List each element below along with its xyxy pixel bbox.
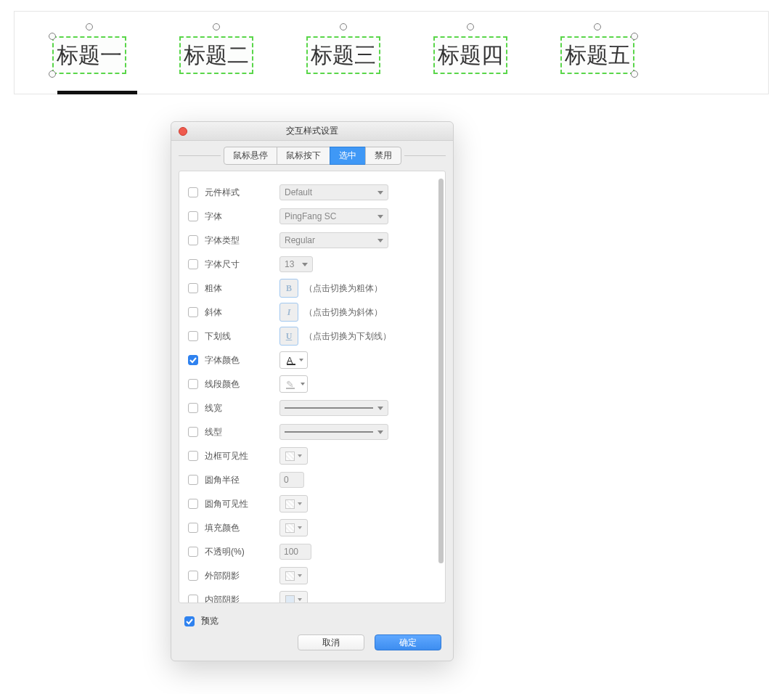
checkbox[interactable] xyxy=(188,331,198,341)
divider xyxy=(179,155,221,156)
label: 字体颜色 xyxy=(205,354,240,367)
row-outer-shadow: 外部阴影 xyxy=(188,565,436,587)
dialog-titlebar[interactable]: 交互样式设置 xyxy=(171,122,453,141)
tab-press[interactable]: 鼠标按下 xyxy=(277,147,330,165)
checkbox[interactable] xyxy=(188,499,198,509)
italic-toggle[interactable]: I xyxy=(279,303,298,322)
tab-label: 标题三 xyxy=(311,43,376,67)
font-size-select[interactable]: 13 xyxy=(279,256,313,272)
row-italic: 斜体 I （点击切换为斜体） xyxy=(188,301,436,323)
checkbox[interactable] xyxy=(188,571,198,581)
row-underline: 下划线 U （点击切换为下划线） xyxy=(188,325,436,347)
resize-handle-icon[interactable] xyxy=(340,23,347,30)
resize-handle-icon[interactable] xyxy=(213,23,220,30)
chevron-down-icon xyxy=(377,239,383,242)
outer-shadow-picker[interactable] xyxy=(279,567,308,584)
line-type-select[interactable] xyxy=(279,424,388,440)
resize-handle-icon[interactable] xyxy=(631,33,638,40)
line-width-select[interactable] xyxy=(279,400,388,416)
tab-label: 标题一 xyxy=(57,43,122,67)
widget-style-select[interactable]: Default xyxy=(279,184,388,200)
chevron-down-icon xyxy=(298,598,302,601)
opacity-input[interactable]: 100 xyxy=(279,544,311,560)
label: 外部阴影 xyxy=(205,570,240,582)
border-vis-picker[interactable] xyxy=(279,447,308,465)
row-border-visibility: 边框可见性 xyxy=(188,445,436,467)
checkbox[interactable] xyxy=(188,451,198,461)
chevron-down-icon xyxy=(298,502,302,505)
preview-label: 预览 xyxy=(201,615,219,627)
widget-tab-2[interactable]: 标题二 xyxy=(179,36,253,74)
checkbox[interactable] xyxy=(188,307,198,317)
properties-scroll[interactable]: 元件样式 Default 字体 PingFang SC xyxy=(179,171,445,603)
fill-color-picker[interactable] xyxy=(279,519,308,536)
checkbox[interactable] xyxy=(188,235,198,245)
radius-input[interactable]: 0 xyxy=(279,472,304,488)
checkbox[interactable] xyxy=(188,259,198,269)
chevron-down-icon xyxy=(302,263,308,266)
font-color-picker[interactable]: A xyxy=(279,351,308,369)
line-sample-icon xyxy=(285,407,373,409)
tab-disabled[interactable]: 禁用 xyxy=(365,147,401,165)
checkbox[interactable] xyxy=(188,523,198,533)
resize-handle-icon[interactable] xyxy=(49,33,56,40)
label: 字体 xyxy=(205,211,222,223)
tab-label: 标题二 xyxy=(184,43,249,67)
widget-tab-3[interactable]: 标题三 xyxy=(306,36,380,74)
preview-row: 预览 xyxy=(171,611,453,634)
canvas-area[interactable]: 标题一 标题二 标题三 标题四 标题五 xyxy=(14,11,769,94)
resize-handle-icon[interactable] xyxy=(86,23,93,30)
resize-handle-icon[interactable] xyxy=(631,70,638,78)
chevron-down-icon xyxy=(377,191,383,195)
dialog-footer: 取消 确定 xyxy=(171,634,453,661)
checkbox[interactable] xyxy=(188,211,198,221)
widget-tab-5[interactable]: 标题五 xyxy=(560,36,634,74)
checkbox[interactable] xyxy=(188,355,198,365)
line-color-picker[interactable]: ✎ xyxy=(279,375,308,393)
chevron-down-icon xyxy=(298,526,302,529)
checkbox[interactable] xyxy=(188,283,198,293)
checkbox[interactable] xyxy=(188,427,198,437)
label: 粗体 xyxy=(205,282,222,295)
preview-checkbox[interactable] xyxy=(184,616,195,626)
checkbox[interactable] xyxy=(188,547,198,557)
dialog-tabbar: 鼠标悬停 鼠标按下 选中 禁用 xyxy=(171,141,453,171)
properties-panel: 元件样式 Default 字体 PingFang SC xyxy=(179,171,446,603)
cancel-button[interactable]: 取消 xyxy=(298,634,364,650)
row-fill-color: 填充颜色 xyxy=(188,517,436,539)
row-line-color: 线段颜色 ✎ xyxy=(188,373,436,395)
label: 斜体 xyxy=(205,306,222,319)
scrollbar[interactable] xyxy=(438,179,444,595)
active-tab-underline xyxy=(57,91,137,94)
font-type-select[interactable]: Regular xyxy=(279,232,388,248)
resize-handle-icon[interactable] xyxy=(467,23,474,30)
ok-button[interactable]: 确定 xyxy=(375,634,441,650)
underline-toggle[interactable]: U xyxy=(279,327,298,346)
resize-handle-icon[interactable] xyxy=(49,70,56,78)
bold-toggle[interactable]: B xyxy=(279,279,298,298)
checkbox[interactable] xyxy=(188,475,198,485)
corner-vis-picker[interactable] xyxy=(279,495,308,513)
tab-selected[interactable]: 选中 xyxy=(330,147,366,165)
widget-tab-1[interactable]: 标题一 xyxy=(52,36,126,74)
close-icon[interactable] xyxy=(179,127,187,136)
chevron-down-icon xyxy=(301,383,305,385)
checkbox[interactable] xyxy=(188,187,198,197)
widget-tab-4[interactable]: 标题四 xyxy=(433,36,507,74)
checkbox[interactable] xyxy=(188,595,198,603)
row-inner-shadow: 内部阴影 xyxy=(188,589,436,603)
chevron-down-icon xyxy=(298,574,302,577)
scrollbar-thumb[interactable] xyxy=(438,179,444,563)
resize-handle-icon[interactable] xyxy=(594,23,601,30)
checkbox[interactable] xyxy=(188,403,198,413)
inner-shadow-picker[interactable] xyxy=(279,591,308,603)
checkbox[interactable] xyxy=(188,379,198,389)
chevron-down-icon xyxy=(298,454,302,457)
dialog-title: 交互样式设置 xyxy=(286,125,338,137)
row-font-size: 字体尺寸 13 xyxy=(188,253,436,275)
tab-hover[interactable]: 鼠标悬停 xyxy=(224,147,277,165)
font-select[interactable]: PingFang SC xyxy=(279,208,388,224)
tab-label: 标题四 xyxy=(438,43,503,67)
row-corner-visibility: 圆角可见性 xyxy=(188,493,436,515)
label: 圆角半径 xyxy=(205,474,240,486)
